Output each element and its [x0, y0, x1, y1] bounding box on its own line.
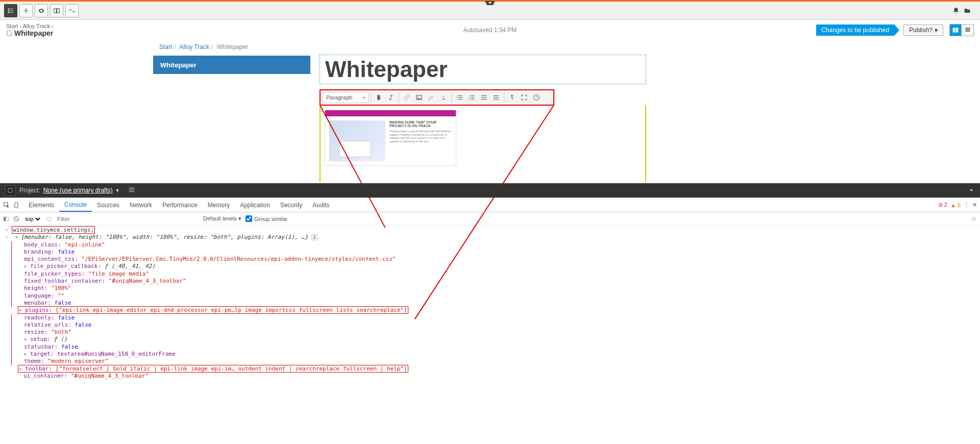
editor-canvas: Start/ Alloy Track/ Whitepaper Whitepape…: [0, 40, 980, 183]
info-badge-icon[interactable]: i: [311, 234, 317, 240]
add-button[interactable]: [19, 4, 33, 17]
view-mode-2-button[interactable]: [962, 24, 974, 36]
indent-button[interactable]: [491, 92, 502, 103]
svg-rect-29: [129, 187, 134, 188]
content-card[interactable]: MAKING SURE THAT YOUR PROJECT IS ON-TRAC…: [325, 110, 456, 166]
inner-crumb-alloy[interactable]: Alloy Track: [179, 43, 209, 51]
settings-icon[interactable]: [971, 216, 977, 222]
svg-rect-31: [129, 191, 134, 191]
tab-audits[interactable]: Audits: [307, 198, 334, 212]
crumb-start[interactable]: Start: [6, 23, 18, 29]
svg-rect-33: [15, 202, 18, 208]
content-editor[interactable]: MAKING SURE THAT YOUR PROJECT IS ON-TRAC…: [320, 106, 646, 182]
help-button[interactable]: ?: [531, 92, 542, 103]
edit-image-button[interactable]: [426, 92, 437, 103]
svg-rect-20: [481, 95, 487, 96]
format-select[interactable]: Paragraph ▾: [323, 92, 369, 103]
link-button[interactable]: [401, 92, 412, 103]
svg-point-7: [443, 95, 445, 97]
tree-toggle-button[interactable]: [4, 4, 17, 17]
bullet-list-button[interactable]: [454, 92, 465, 103]
tab-console[interactable]: Console: [59, 198, 92, 212]
card-headline: MAKING SURE THAT YOUR PROJECT IS ON-TRAC…: [389, 120, 452, 128]
svg-rect-3: [965, 29, 970, 30]
breadcrumbs: Start › Alloy Track ›: [6, 23, 54, 29]
chevron-down-icon[interactable]: ▾: [116, 187, 119, 194]
hamburger-icon[interactable]: [128, 186, 135, 195]
search-replace-button[interactable]: [506, 92, 518, 103]
tab-memory[interactable]: Memory: [203, 198, 235, 212]
output-summary[interactable]: {menubar: false, height: "100%", width: …: [21, 234, 308, 240]
error-count[interactable]: ⊘ 2: [938, 202, 947, 208]
tab-performance[interactable]: Performance: [157, 198, 203, 212]
format-select-value: Paragraph: [326, 94, 352, 101]
bold-button[interactable]: [373, 92, 384, 103]
dropdown-tab-icon[interactable]: [485, 1, 495, 7]
warning-count[interactable]: ▲ 5: [950, 202, 961, 208]
svg-point-10: [457, 99, 458, 100]
plugins-line: ▸plugins: ["epi-link epi-image-editor ep…: [18, 306, 408, 314]
tab-network[interactable]: Network: [125, 198, 157, 212]
svg-point-9: [457, 97, 458, 98]
app-toolbar: [0, 2, 980, 20]
page-title-text: Whitepaper: [14, 29, 53, 37]
svg-rect-34: [4, 217, 6, 221]
eye-icon[interactable]: [46, 216, 52, 222]
close-icon[interactable]: ✕: [972, 202, 977, 208]
crumb-alloy[interactable]: Alloy Track: [22, 23, 50, 29]
changes-badge[interactable]: Changes to be published: [816, 24, 894, 36]
device-icon[interactable]: [13, 202, 20, 209]
folder-icon[interactable]: [964, 7, 971, 14]
svg-rect-35: [6, 217, 9, 221]
svg-rect-23: [494, 95, 499, 96]
page-title: Whitepaper: [6, 29, 54, 37]
sidebar-nav-item[interactable]: Whitepaper: [153, 56, 310, 74]
context-select[interactable]: top: [23, 215, 42, 223]
tab-security[interactable]: Security: [275, 198, 307, 212]
tab-sources[interactable]: Sources: [92, 198, 125, 212]
image-button[interactable]: [413, 92, 425, 103]
more-icon[interactable]: ⋮: [964, 202, 969, 208]
levels-select[interactable]: Default levels ▾: [203, 215, 241, 222]
view-mode-1-button[interactable]: [949, 24, 962, 36]
publish-button[interactable]: Publish? ▾: [903, 24, 943, 36]
group-similar-checkbox[interactable]: Group similar: [246, 215, 287, 222]
svg-rect-12: [458, 97, 462, 97]
project-name[interactable]: None (use primary drafts): [43, 187, 113, 194]
svg-rect-2: [965, 28, 970, 29]
filter-input[interactable]: [56, 215, 199, 223]
sidebar-toggle-icon[interactable]: [3, 216, 9, 222]
card-image: [329, 120, 385, 161]
clear-console-icon[interactable]: [13, 216, 19, 222]
svg-point-6: [418, 96, 419, 97]
italic-button[interactable]: [385, 92, 397, 103]
tab-application[interactable]: Application: [235, 198, 275, 212]
svg-rect-4: [965, 31, 970, 32]
svg-point-37: [973, 218, 975, 219]
expand-button[interactable]: [65, 4, 79, 17]
svg-rect-1: [955, 28, 958, 32]
project-bar: Project: None (use primary drafts) ▾: [0, 183, 980, 198]
bell-icon[interactable]: [952, 7, 960, 14]
console-filter-bar: top Default levels ▾ Group similar: [0, 212, 980, 226]
svg-rect-22: [481, 99, 487, 100]
inner-breadcrumbs: Start/ Alloy Track/ Whitepaper: [159, 43, 248, 51]
autosave-status: Autosaved 1:34 PM: [463, 27, 517, 34]
outdent-button[interactable]: [478, 92, 489, 103]
number-list-button[interactable]: 123: [466, 92, 477, 103]
compare-button[interactable]: [50, 4, 63, 17]
inner-crumb-start[interactable]: Start: [159, 43, 172, 51]
inspect-icon[interactable]: [3, 202, 10, 209]
fullscreen-button[interactable]: [519, 92, 530, 103]
svg-rect-13: [458, 99, 462, 100]
tab-elements[interactable]: Elements: [23, 198, 59, 212]
console-output: › window.tinymce.settings; ‹ ▾{menubar: …: [0, 226, 980, 381]
user-button[interactable]: [438, 92, 449, 103]
page-heading-field[interactable]: Whitepaper: [320, 55, 646, 84]
page-icon: [6, 30, 12, 37]
chevron-down-icon: ▾: [363, 95, 365, 100]
preview-button[interactable]: [35, 4, 48, 17]
collapse-icon[interactable]: [968, 186, 975, 195]
project-icon[interactable]: [5, 185, 15, 195]
inner-crumb-current: Whitepaper: [217, 43, 248, 51]
